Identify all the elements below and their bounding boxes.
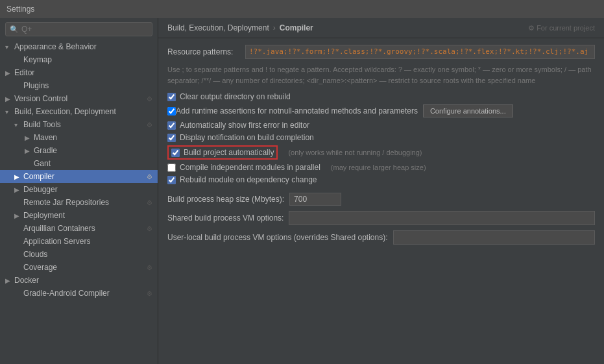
checkbox-row-rebuild-module: Rebuild module on dependency change bbox=[167, 175, 595, 184]
sidebar-item-debugger[interactable]: ▶ Debugger bbox=[0, 183, 158, 196]
sidebar-item-label: Appearance & Behavior bbox=[14, 42, 152, 51]
sidebar-item-label: Remote Jar Repositories bbox=[23, 198, 144, 207]
row-add-runtime: Add runtime assertions for notnull-annot… bbox=[167, 104, 595, 117]
checkbox-clear-output[interactable] bbox=[167, 93, 176, 101]
main-layout: 🔍 ▾ Appearance & Behavior Keymap ▶ Edito… bbox=[0, 18, 604, 364]
sidebar-item-build-tools[interactable]: ▾ Build Tools ⚙ bbox=[0, 118, 158, 131]
config-icon: ⚙ bbox=[147, 264, 152, 271]
heap-size-input[interactable] bbox=[289, 193, 341, 206]
sidebar-item-maven[interactable]: ▶ Maven bbox=[0, 131, 158, 144]
arrow-icon: ▶ bbox=[5, 69, 14, 77]
arrow-icon: ▾ bbox=[14, 121, 23, 128]
heap-size-row: Build process heap size (Mbytes): bbox=[167, 193, 595, 206]
divider bbox=[167, 188, 595, 193]
sidebar-item-keymap[interactable]: Keymap bbox=[0, 53, 158, 66]
checkbox-show-first-error[interactable] bbox=[167, 121, 176, 130]
sidebar-item-label: Editor bbox=[14, 68, 152, 77]
build-automatically-highlight: Build project automatically bbox=[167, 145, 278, 160]
sidebar-item-label: Build, Execution, Deployment bbox=[14, 107, 152, 116]
sidebar-item-gradle[interactable]: ▶ Gradle bbox=[0, 144, 158, 157]
content-area: Build, Execution, Deployment › Compiler … bbox=[158, 18, 604, 364]
sidebar-item-compiler[interactable]: ▶ Compiler ⚙ bbox=[0, 170, 158, 183]
sidebar-item-label: Compiler bbox=[23, 172, 144, 181]
help-text: Use ; to separate patterns and ! to nega… bbox=[167, 64, 595, 86]
arrow-icon: ▶ bbox=[14, 186, 23, 193]
sidebar-item-deployment[interactable]: ▶ Deployment bbox=[0, 209, 158, 222]
sidebar-item-version-control[interactable]: ▶ Version Control ⚙ bbox=[0, 92, 158, 105]
arrow-icon: ▶ bbox=[25, 134, 34, 141]
sidebar-item-label: Gant bbox=[34, 159, 152, 168]
sidebar-item-label: Deployment bbox=[23, 211, 152, 220]
sidebar-tree: ▾ Appearance & Behavior Keymap ▶ Editor … bbox=[0, 40, 158, 364]
breadcrumb-current: Compiler bbox=[280, 23, 313, 32]
sidebar-item-label: Build Tools bbox=[23, 120, 144, 129]
user-local-vm-options-label: User-local build process VM options (ove… bbox=[167, 233, 388, 242]
checkbox-add-runtime[interactable] bbox=[167, 107, 176, 115]
checkbox-row-compile-independent: Compile independent modules in parallel … bbox=[167, 163, 595, 172]
user-local-vm-options-input[interactable] bbox=[393, 230, 596, 245]
sidebar-item-label: Maven bbox=[34, 133, 152, 142]
sidebar-item-application-servers[interactable]: Application Servers bbox=[0, 235, 158, 248]
sidebar-item-arquillian-containers[interactable]: Arquillian Containers ⚙ bbox=[0, 222, 158, 235]
sidebar-item-plugins[interactable]: Plugins bbox=[0, 79, 158, 92]
checkbox-label-build-automatically[interactable]: Build project automatically bbox=[184, 148, 274, 157]
arrow-icon: ▶ bbox=[14, 173, 23, 180]
arrow-icon: ▾ bbox=[5, 108, 14, 115]
checkbox-row-clear-output: Clear output directory on rebuild bbox=[167, 92, 595, 101]
config-icon: ⚙ bbox=[147, 121, 152, 128]
arrow-icon: ▶ bbox=[5, 277, 14, 284]
config-icon: ⚙ bbox=[147, 290, 152, 297]
compile-independent-note: (may require larger heap size) bbox=[331, 164, 426, 171]
resource-patterns-row: Resource patterns: !?*.java;!?*.form;!?*… bbox=[167, 45, 595, 59]
sidebar-item-label: Plugins bbox=[23, 81, 152, 90]
sidebar-item-label: Clouds bbox=[23, 250, 152, 259]
sidebar-item-docker[interactable]: ▶ Docker bbox=[0, 274, 158, 287]
sidebar-item-label: Version Control bbox=[14, 94, 144, 103]
configure-annotations-button[interactable]: Configure annotations... bbox=[423, 104, 513, 117]
search-input[interactable] bbox=[21, 25, 148, 34]
checkbox-label-show-first-error[interactable]: Automatically show first error in editor bbox=[180, 121, 309, 130]
sidebar-item-build-execution-deployment[interactable]: ▾ Build, Execution, Deployment bbox=[0, 105, 158, 118]
checkbox-label-rebuild-module[interactable]: Rebuild module on dependency change bbox=[180, 175, 317, 184]
sidebar-item-remote-jar-repositories[interactable]: Remote Jar Repositories ⚙ bbox=[0, 196, 158, 209]
sidebar-item-gant[interactable]: Gant bbox=[0, 157, 158, 170]
build-automatically-note: (only works while not running / debuggin… bbox=[288, 149, 422, 156]
sidebar-item-gradle-android-compiler[interactable]: Gradle-Android Compiler ⚙ bbox=[0, 287, 158, 300]
content-panel: Resource patterns: !?*.java;!?*.form;!?*… bbox=[158, 38, 604, 364]
search-icon: 🔍 bbox=[10, 25, 19, 34]
sidebar-item-appearance-behavior[interactable]: ▾ Appearance & Behavior bbox=[0, 40, 158, 53]
sidebar-item-label: Docker bbox=[14, 276, 152, 285]
shared-vm-options-input[interactable] bbox=[289, 211, 595, 225]
sidebar-item-label: Application Servers bbox=[23, 237, 152, 246]
arrow-icon: ▶ bbox=[25, 147, 34, 154]
heap-size-label: Build process heap size (Mbytes): bbox=[167, 195, 284, 204]
sidebar-item-label: Debugger bbox=[23, 185, 152, 194]
title-bar-title: Settings bbox=[6, 5, 34, 14]
config-icon: ⚙ bbox=[147, 173, 152, 180]
config-icon: ⚙ bbox=[147, 199, 152, 206]
checkbox-row-build-automatically: Build project automatically (only works … bbox=[167, 145, 595, 160]
checkbox-label-clear-output[interactable]: Clear output directory on rebuild bbox=[180, 92, 291, 101]
checkbox-row-display-notification: Display notification on build completion bbox=[167, 133, 595, 142]
arrow-icon: ▶ bbox=[5, 95, 14, 103]
shared-vm-options-label: Shared build process VM options: bbox=[167, 213, 284, 223]
checkbox-row-show-first-error: Automatically show first error in editor bbox=[167, 121, 595, 130]
checkbox-label-display-notification[interactable]: Display notification on build completion bbox=[180, 133, 314, 142]
shared-vm-options-row: Shared build process VM options: bbox=[167, 211, 595, 225]
breadcrumb-parent: Build, Execution, Deployment bbox=[167, 23, 269, 32]
search-box[interactable]: 🔍 bbox=[5, 22, 152, 36]
sidebar-item-editor[interactable]: ▶ Editor bbox=[0, 66, 158, 79]
resource-patterns-value[interactable]: !?*.java;!?*.form;!?*.class;!?*.groovy;!… bbox=[245, 45, 595, 59]
breadcrumb-separator: › bbox=[273, 23, 276, 32]
checkbox-display-notification[interactable] bbox=[167, 134, 176, 142]
sidebar-item-coverage[interactable]: Coverage ⚙ bbox=[0, 261, 158, 274]
checkbox-label-compile-independent[interactable]: Compile independent modules in parallel bbox=[180, 163, 320, 172]
arrow-icon: ▶ bbox=[14, 212, 23, 219]
checkbox-label-add-runtime[interactable]: Add runtime assertions for notnull-annot… bbox=[176, 106, 418, 115]
checkbox-compile-independent[interactable] bbox=[167, 164, 176, 172]
sidebar-item-label: Keymap bbox=[23, 55, 152, 64]
checkbox-build-automatically[interactable] bbox=[171, 149, 180, 157]
checkbox-rebuild-module[interactable] bbox=[167, 176, 176, 184]
sidebar-item-clouds[interactable]: Clouds bbox=[0, 248, 158, 261]
config-icon: ⚙ bbox=[147, 225, 152, 232]
